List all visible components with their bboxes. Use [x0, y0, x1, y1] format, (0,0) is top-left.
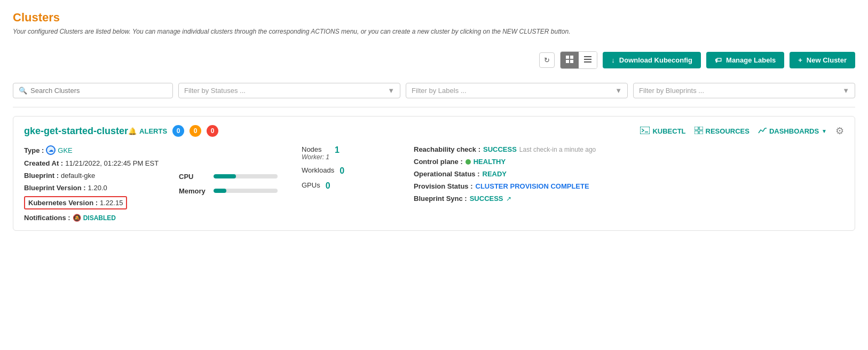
gke-icon: ☁	[46, 145, 56, 155]
blueprint-version-row: Blueprint Version : 1.20.0	[24, 184, 173, 192]
chevron-down-icon: ▼	[388, 87, 394, 95]
chevron-down-icon: ▼	[615, 87, 622, 95]
grid-icon	[565, 55, 574, 65]
bell-icon: 🔔	[128, 127, 137, 135]
chart-icon	[758, 127, 767, 136]
page-header: Clusters Your configured Clusters are li…	[13, 11, 855, 35]
workloads-row: Workloads 0	[302, 166, 408, 176]
bell-off-icon: 🔕	[73, 214, 81, 222]
blueprint-sync-row: Blueprint Sync : SUCCESS ↗	[414, 195, 844, 203]
blueprint-row: Blueprint : default-gke	[24, 172, 173, 180]
page-title: Clusters	[13, 11, 855, 25]
resource-block: CPU Memory	[179, 145, 296, 222]
svg-rect-5	[584, 59, 591, 60]
search-box[interactable]: 🔍	[13, 83, 173, 98]
control-plane-row: Control plane : HEALTHY	[414, 158, 844, 166]
toolbar: ↻ ↓ Download Kubeconfig 🏷 Manage Labels …	[13, 46, 855, 74]
svg-rect-7	[640, 127, 650, 134]
resources-link[interactable]: RESOURCES	[695, 127, 749, 136]
provision-row: Provision Status : CLUSTER PROVISION COM…	[414, 182, 844, 190]
memory-row: Memory	[179, 187, 296, 195]
svg-rect-1	[570, 56, 573, 59]
dot-green-icon	[465, 159, 471, 165]
refresh-button[interactable]: ↻	[539, 52, 555, 68]
kubectl-link[interactable]: KUBECTL	[640, 127, 685, 136]
svg-rect-2	[566, 60, 569, 63]
alert-badge-blue: 0	[172, 125, 184, 137]
notifications-row: Notifications : 🔕 DISABLED	[24, 214, 173, 222]
download-kubeconfig-button[interactable]: ↓ Download Kubeconfig	[603, 52, 701, 68]
cpu-row: CPU	[179, 173, 296, 181]
terminal-icon	[640, 127, 650, 136]
operational-row: Operational Status : READY	[414, 170, 844, 178]
cluster-header: gke-get-started-cluster 🔔 ALERTS 0 0 0 K…	[24, 125, 844, 137]
memory-progress-fill	[214, 189, 226, 193]
chevron-down-icon: ▼	[842, 87, 849, 95]
svg-rect-12	[699, 131, 703, 134]
type-row: Type : ☁ GKE	[24, 145, 173, 155]
resources-icon	[695, 127, 703, 136]
filter-labels[interactable]: Filter by Labels ... ▼	[406, 83, 628, 98]
cluster-body: Type : ☁ GKE Created At : 11/21/2022, 01…	[24, 145, 844, 222]
search-input[interactable]	[30, 87, 167, 95]
cluster-header-center: 🔔 ALERTS 0 0 0	[128, 125, 218, 137]
svg-rect-11	[695, 131, 698, 134]
grid-view-button[interactable]	[561, 52, 579, 68]
nodes-row: Nodes Worker: 1 1	[302, 145, 408, 161]
search-icon: 🔍	[19, 87, 27, 95]
page-container: Clusters Your configured Clusters are li…	[0, 0, 868, 350]
cluster-name[interactable]: gke-get-started-cluster	[24, 126, 128, 137]
reachability-row: Reachability check : SUCCESS Last check-…	[414, 145, 844, 153]
svg-rect-4	[584, 56, 591, 57]
svg-rect-0	[566, 56, 569, 59]
external-link-icon[interactable]: ↗	[506, 195, 511, 203]
label-icon: 🏷	[715, 56, 722, 64]
cpu-progress-fill	[214, 174, 236, 178]
filter-blueprints[interactable]: Filter by Blueprints ... ▼	[633, 83, 855, 98]
filter-statuses[interactable]: Filter by Statuses ... ▼	[178, 83, 400, 98]
svg-rect-9	[695, 127, 698, 130]
svg-rect-10	[699, 127, 703, 130]
stats-block: Nodes Worker: 1 1 Workloads 0 GPUs 0	[302, 145, 408, 222]
filters-row: 🔍 Filter by Statuses ... ▼ Filter by Lab…	[13, 83, 855, 98]
new-cluster-button[interactable]: + New Cluster	[790, 52, 855, 68]
view-toggle	[560, 51, 597, 69]
memory-progress-bg	[214, 189, 278, 193]
svg-rect-3	[570, 60, 573, 63]
manage-labels-button[interactable]: 🏷 Manage Labels	[706, 52, 784, 68]
download-icon: ↓	[611, 56, 615, 64]
chevron-down-icon: ▼	[822, 128, 827, 134]
created-row: Created At : 11/21/2022, 01:22:45 PM EST	[24, 159, 173, 167]
settings-icon[interactable]: ⚙	[835, 125, 844, 137]
k8s-version-row: Kubernetes Version : 1.22.15	[24, 196, 173, 209]
cpu-progress-bg	[214, 174, 278, 178]
dashboards-link[interactable]: DASHBOARDS ▼	[758, 127, 827, 136]
list-view-button[interactable]	[579, 52, 597, 68]
cluster-header-right: KUBECTL RESOURCES DASHBOARDS ▼ ⚙	[640, 125, 844, 137]
status-block: Reachability check : SUCCESS Last check-…	[414, 145, 844, 222]
refresh-icon: ↻	[544, 56, 550, 64]
alert-badge-orange: 0	[190, 125, 201, 137]
divider	[13, 107, 855, 107]
svg-rect-6	[584, 61, 591, 63]
k8s-version-highlight: Kubernetes Version : 1.22.15	[24, 196, 127, 209]
gpus-row: GPUs 0	[302, 181, 408, 191]
cluster-info: Type : ☁ GKE Created At : 11/21/2022, 01…	[24, 145, 173, 222]
page-subtitle: Your configured Clusters are listed belo…	[13, 28, 855, 35]
alerts-label: 🔔 ALERTS	[128, 127, 167, 135]
list-icon	[583, 55, 592, 65]
cluster-card: gke-get-started-cluster 🔔 ALERTS 0 0 0 K…	[13, 116, 855, 231]
plus-icon: +	[798, 56, 802, 64]
alert-badge-red: 0	[207, 125, 218, 137]
